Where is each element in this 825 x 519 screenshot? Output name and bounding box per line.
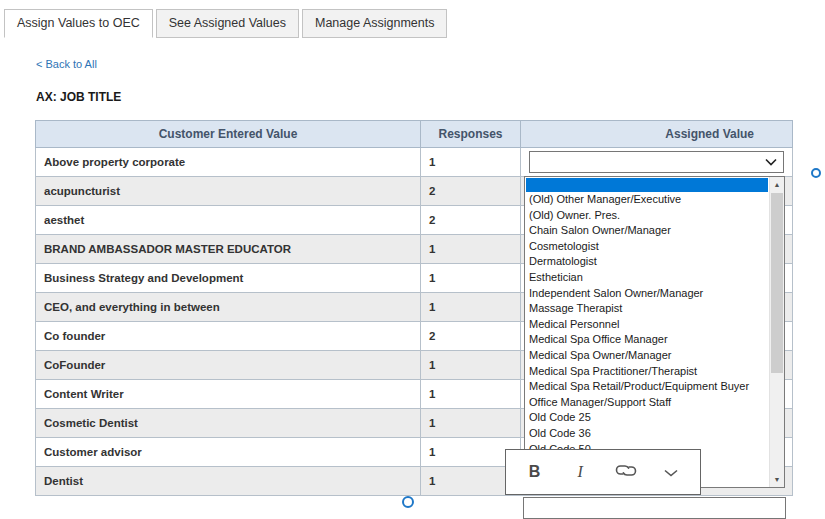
column-header-responses: Responses — [421, 121, 521, 148]
dropdown-option[interactable]: Medical Spa Office Manager — [525, 332, 769, 348]
dropdown-option-blank-selected[interactable] — [526, 178, 768, 192]
dropdown-option[interactable]: Office Manager/Support Staff — [525, 395, 769, 411]
table-header-row: Customer Entered Value Responses Assigne… — [36, 121, 793, 148]
dropdown-options: (Old) Other Manager/Executive (Old) Owne… — [525, 177, 769, 487]
responses-cell: 1 — [421, 351, 521, 380]
assigned-value-select[interactable] — [529, 151, 784, 173]
customer-entered-value-cell: Above property corporate — [36, 148, 421, 177]
responses-cell: 1 — [421, 380, 521, 409]
customer-entered-value-cell: aesthet — [36, 206, 421, 235]
dropdown-option[interactable]: (Old) Other Manager/Executive — [525, 192, 769, 208]
responses-cell: 1 — [421, 293, 521, 322]
column-header-assigned-value: Assigned Value — [521, 121, 793, 148]
link-button[interactable] — [609, 455, 643, 489]
dropdown-option[interactable]: Medical Personnel — [525, 317, 769, 333]
bold-button[interactable]: B — [518, 455, 552, 489]
more-options-button[interactable] — [654, 455, 688, 489]
dropdown-option[interactable]: Medical Spa Owner/Manager — [525, 348, 769, 364]
tab-bar: Assign Values to OEC See Assigned Values… — [4, 9, 450, 38]
customer-entered-value-cell: CEO, and everything in between — [36, 293, 421, 322]
scrollbar-up-icon[interactable]: ▲ — [770, 177, 784, 192]
table-row: Above property corporate 1 — [36, 148, 793, 177]
column-header-customer-entered-value: Customer Entered Value — [36, 121, 421, 148]
dropdown-option[interactable]: Medical Spa Retail/Product/Equipment Buy… — [525, 379, 769, 395]
page-title: AX: JOB TITLE — [36, 90, 121, 104]
dropdown-option[interactable]: (Old) Owner. Pres. — [525, 208, 769, 224]
responses-cell: 2 — [421, 206, 521, 235]
customer-entered-value-cell: Business Strategy and Development — [36, 264, 421, 293]
customer-entered-value-cell: Cosmetic Dentist — [36, 409, 421, 438]
dropdown-scrollbar[interactable]: ▲ ▼ — [769, 177, 784, 487]
dropdown-option[interactable]: Dermatologist — [525, 254, 769, 270]
back-to-all-link[interactable]: < Back to All — [36, 58, 97, 70]
editor-toolbar: B I — [505, 449, 701, 495]
responses-cell: 2 — [421, 322, 521, 351]
chevron-down-icon — [664, 463, 678, 481]
annotation-circle — [811, 168, 821, 178]
assigned-value-cell — [521, 148, 793, 177]
link-icon — [615, 463, 637, 481]
dropdown-option[interactable]: Independent Salon Owner/Manager — [525, 286, 769, 302]
italic-button[interactable]: I — [563, 455, 597, 489]
dropdown-option[interactable]: Old Code 25 — [525, 410, 769, 426]
dropdown-option[interactable]: Cosmetologist — [525, 239, 769, 255]
responses-cell: 1 — [421, 409, 521, 438]
chevron-down-icon — [765, 156, 777, 168]
scrollbar-thumb[interactable] — [771, 193, 783, 373]
customer-entered-value-cell: Customer advisor — [36, 438, 421, 467]
customer-entered-value-cell: acupuncturist — [36, 177, 421, 206]
assigned-value-select-partial[interactable] — [523, 497, 786, 519]
customer-entered-value-cell: BRAND AMBASSADOR MASTER EDUCATOR — [36, 235, 421, 264]
assigned-value-dropdown-list: (Old) Other Manager/Executive (Old) Owne… — [524, 176, 785, 488]
tab-manage-assignments[interactable]: Manage Assignments — [302, 9, 448, 38]
dropdown-option[interactable]: Chain Salon Owner/Manager — [525, 223, 769, 239]
dropdown-option[interactable]: Massage Therapist — [525, 301, 769, 317]
responses-cell: 1 — [421, 148, 521, 177]
annotation-circle — [402, 496, 414, 508]
tab-assign-values-to-oec[interactable]: Assign Values to OEC — [4, 9, 153, 38]
tab-see-assigned-values[interactable]: See Assigned Values — [156, 9, 299, 38]
dropdown-option[interactable]: Medical Spa Practitioner/Therapist — [525, 364, 769, 380]
customer-entered-value-cell: Content Writer — [36, 380, 421, 409]
dropdown-option[interactable]: Esthetician — [525, 270, 769, 286]
scrollbar-down-icon[interactable]: ▼ — [770, 472, 784, 487]
responses-cell: 2 — [421, 177, 521, 206]
responses-cell: 1 — [421, 264, 521, 293]
customer-entered-value-cell: Dentist — [36, 467, 421, 496]
customer-entered-value-cell: Co founder — [36, 322, 421, 351]
responses-cell: 1 — [421, 235, 521, 264]
customer-entered-value-cell: CoFounder — [36, 351, 421, 380]
dropdown-option[interactable]: Old Code 36 — [525, 426, 769, 442]
